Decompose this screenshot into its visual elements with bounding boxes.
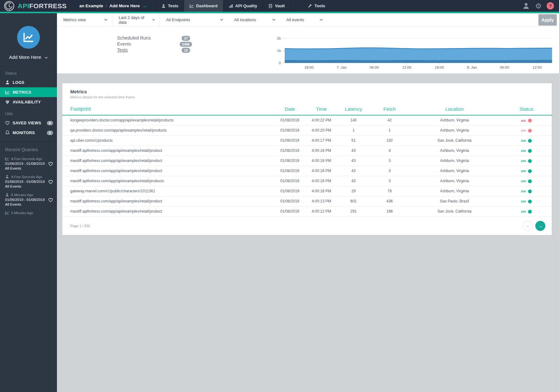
footprint-cell: mastiff.apifortress.com/app/api/examples…	[62, 206, 273, 216]
column-header-date[interactable]: Date	[273, 103, 307, 115]
sidebar-item-label: LOGS	[13, 80, 24, 85]
app-logo[interactable]: APIFORTRESS	[0, 0, 71, 12]
section-label-utils: Utils	[0, 107, 57, 118]
stat-count-badge: 17	[177, 35, 195, 41]
tab-label: Vault	[275, 3, 285, 8]
footprint-cell: mastiff.apifortress.com/app/api/examples…	[62, 176, 273, 186]
breadcrumb-arrow-icon[interactable]: →	[142, 3, 147, 9]
tab-tests[interactable]: Tests	[156, 0, 184, 12]
stats-list: Scheduled Runs 17 Events 2496 Tests 13	[117, 35, 195, 53]
view-dropdown[interactable]: Metrics view	[57, 13, 112, 26]
column-header-time[interactable]: Time	[307, 103, 336, 115]
events-dropdown[interactable]: All events	[280, 13, 327, 26]
favorite-heart-icon[interactable]	[48, 179, 53, 184]
sidebar-item-logs[interactable]: LOGS	[0, 78, 57, 87]
latency-cell: 1	[336, 125, 371, 135]
user-profile-icon[interactable]	[522, 2, 530, 10]
status-cell: 200	[500, 176, 552, 186]
sidebar-item-monitors[interactable]: MONITORS 2	[0, 128, 57, 138]
table-row[interactable]: mastiff.apifortress.com/app/api/examples…	[62, 206, 552, 216]
breadcrumb-project[interactable]: an Example	[79, 3, 103, 8]
fetch-cell: 42	[371, 115, 408, 125]
tab-api-quality[interactable]: API Quality	[223, 0, 263, 12]
navbar-actions: ⚙ ?	[522, 0, 559, 12]
stat-label-link[interactable]: Tests	[117, 47, 177, 53]
table-row[interactable]: mastiff.apifortress.com/app/api/examples…	[62, 146, 552, 156]
table-row[interactable]: mastiff.apifortress.com/app/api/examples…	[62, 176, 552, 186]
top-navbar: APIFORTRESS an Example / Add More Here →…	[0, 0, 559, 13]
tab-dashboard[interactable]: Dashboard	[184, 0, 223, 12]
next-page-button[interactable]: →	[535, 221, 545, 231]
column-header-footprint[interactable]: Footprint	[62, 103, 273, 115]
recent-query-item[interactable]: A Few Seconds Ago01/06/2019 - 01/08/2019…	[0, 173, 57, 191]
fetch-cell: 78	[371, 186, 408, 196]
time-cell: 4:00:16 PM	[307, 146, 336, 156]
table-row[interactable]: mastiff.apifortress.com/app/api/examples…	[62, 156, 552, 166]
table-row[interactable]: gateway.marvel.com/v1/public/characters/…	[62, 186, 552, 196]
column-header-location[interactable]: Location	[408, 103, 500, 115]
table-row[interactable]: mastiff.apifortress.com/app/api/examples…	[62, 196, 552, 206]
favorite-heart-icon[interactable]	[48, 197, 53, 202]
table-row[interactable]: api.uber.com/v1/products01/08/20194:00:1…	[62, 135, 552, 146]
fetch-cell: 1	[371, 125, 408, 135]
time-cell: 4:00:13 PM	[307, 196, 336, 206]
dropdown-value: Metrics view	[63, 17, 86, 22]
status-code: 200	[521, 210, 526, 213]
recent-query-item[interactable]: A Few Seconds Ago01/06/2019 - 01/08/2019…	[0, 155, 57, 173]
wrench-icon	[308, 4, 312, 8]
settings-gear-icon[interactable]: ⚙	[535, 2, 542, 10]
status-dot-icon	[528, 169, 532, 173]
overview-panel: Scheduled Runs 17 Events 2496 Tests 13 0…	[57, 27, 559, 73]
bell-icon	[5, 130, 10, 135]
status-code: 200	[521, 169, 526, 173]
status-dot-icon	[528, 210, 532, 214]
time-cell: 4:00:16 PM	[307, 166, 336, 176]
stat-row-scheduled-runs: Scheduled Runs 17	[117, 35, 195, 41]
count-badge: 0	[47, 121, 53, 125]
location-cell: Ashburn, Virginia	[408, 115, 500, 125]
locations-dropdown[interactable]: All locations	[228, 13, 280, 26]
column-header-fetch[interactable]: Fetch	[371, 103, 408, 115]
sidebar-item-availability[interactable]: AVAILABILITY	[0, 97, 57, 107]
prev-page-button[interactable]: ←	[523, 221, 533, 231]
column-header-status[interactable]: Status	[500, 103, 552, 115]
timerange-dropdown[interactable]: Last 2 days of data	[112, 13, 160, 26]
nav-tabs: Tests Dashboard API Quality Vault Tools	[156, 0, 331, 12]
breadcrumb-page[interactable]: Add More Here	[109, 3, 140, 8]
project-avatar[interactable]	[17, 26, 40, 49]
stat-label: Scheduled Runs	[117, 35, 177, 40]
table-row[interactable]: mastiff.apifortress.com/app/api/examples…	[62, 166, 552, 176]
tab-vault[interactable]: Vault	[263, 0, 290, 12]
column-header-latency[interactable]: Latency	[336, 103, 371, 115]
table-row[interactable]: kongeeproviders.doctor.com/app/api/examp…	[62, 115, 552, 125]
sidebar-item-metrics[interactable]: METRICS	[0, 87, 57, 97]
time-cell: 4:00:16 PM	[307, 156, 336, 166]
table-row[interactable]: qa-providers.doctor.com/app/api/examples…	[62, 125, 552, 135]
content-area: Metrics Metrics details for the selected…	[57, 73, 559, 392]
recent-query-item[interactable]: 9 Minutes Ago	[0, 209, 57, 217]
location-cell: Sao Paolo, Brazil	[408, 196, 500, 206]
logo-icon	[4, 1, 15, 11]
query-date-range: 01/06/2019 - 01/08/2019	[5, 180, 47, 184]
user-icon	[5, 193, 9, 197]
project-selector[interactable]: Add More Here	[0, 54, 57, 60]
status-dot-icon	[528, 119, 532, 122]
recent-query-item[interactable]: 8 Minutes Ago01/06/2019 - 01/08/2019All …	[0, 191, 57, 209]
location-cell: Ashburn, Virginia	[408, 186, 500, 196]
footprint-cell: mastiff.apifortress.com/app/api/examples…	[62, 166, 273, 176]
status-cell: 200	[500, 206, 552, 216]
status-cell: 200	[500, 135, 552, 146]
footprint-cell: gateway.marvel.com/v1/public/characters/…	[62, 186, 273, 196]
favorite-heart-icon[interactable]	[48, 161, 53, 166]
help-icon[interactable]: ?	[547, 2, 554, 9]
sidebar-item-saved-views[interactable]: SAVED VIEWS 0	[0, 118, 57, 128]
tab-tools[interactable]: Tools	[302, 0, 331, 12]
stat-row-tests: Tests 13	[117, 47, 195, 53]
status-code: 200	[521, 149, 526, 152]
latency-cell: 291	[336, 206, 371, 216]
endpoints-dropdown[interactable]: All Endpoints	[160, 13, 228, 26]
time-cell: 4:00:22 PM	[307, 115, 336, 125]
line-chart-icon	[5, 90, 10, 95]
location-cell: San Josè, California	[408, 206, 500, 216]
apply-button[interactable]: Apply	[538, 14, 557, 26]
